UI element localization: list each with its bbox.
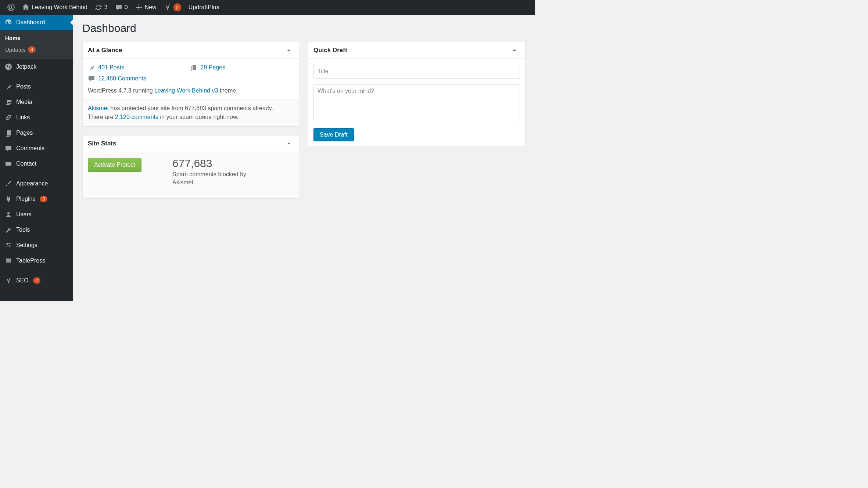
chevron-up-icon xyxy=(287,141,291,146)
activate-protect-button[interactable]: Activate Protect xyxy=(88,158,141,172)
sidebar-item-settings[interactable]: Settings xyxy=(0,238,73,253)
spam-blocked-count: 677,683 xyxy=(172,158,253,169)
comment-icon xyxy=(88,75,95,82)
user-icon xyxy=(4,210,12,218)
version-suffix: theme. xyxy=(218,87,237,94)
admin-sidebar: Dashboard Home Updates 3 Jetpack Posts xyxy=(0,15,73,301)
updraft-label: UpdraftPlus xyxy=(189,4,219,11)
glance-pages: 29 Pages xyxy=(190,64,286,71)
updates-count: 3 xyxy=(104,4,108,11)
yoast-menu[interactable]: 2 xyxy=(160,0,185,15)
akismet-notice: Akismet has protected your site from 677… xyxy=(83,99,300,126)
site-name-menu[interactable]: Leaving Work Behind xyxy=(18,0,91,15)
wp-logo-menu[interactable] xyxy=(4,0,18,15)
sidebar-item-label: Dashboard xyxy=(16,19,45,26)
pages-link[interactable]: 29 Pages xyxy=(201,64,226,71)
sidebar-item-label: Tools xyxy=(16,227,30,233)
collapse-button[interactable] xyxy=(509,46,520,55)
draft-content-textarea[interactable] xyxy=(313,84,520,121)
pin-icon xyxy=(4,83,12,91)
admin-bar: Leaving Work Behind 3 0 New 2 UpdraftPlu… xyxy=(0,0,535,15)
yoast-badge: 2 xyxy=(173,3,181,11)
updates-menu[interactable]: 3 xyxy=(91,0,111,15)
comments-menu[interactable]: 0 xyxy=(111,0,132,15)
comments-count: 0 xyxy=(125,4,128,11)
sidebar-item-posts[interactable]: Posts xyxy=(0,79,73,94)
yoast-icon xyxy=(164,4,171,11)
sidebar-item-label: Pages xyxy=(16,130,33,136)
sidebar-item-label: Contact xyxy=(16,160,36,167)
sidebar-item-label: Appearance xyxy=(16,180,48,187)
jetpack-icon xyxy=(4,63,12,71)
svg-point-2 xyxy=(7,212,10,214)
link-icon xyxy=(4,113,12,122)
sidebar-subitem-home[interactable]: Home xyxy=(0,32,73,44)
collapse-button[interactable] xyxy=(283,46,294,55)
widget-header: Site Stats xyxy=(83,135,300,152)
site-title: Leaving Work Behind xyxy=(32,4,87,11)
sidebar-item-links[interactable]: Links xyxy=(0,110,73,125)
spam-blocked-label: Spam comments blocked by Akismet. xyxy=(172,170,253,187)
sidebar-item-dashboard[interactable]: Dashboard xyxy=(0,15,73,30)
comment-icon xyxy=(4,144,12,152)
akismet-line2-prefix: There are xyxy=(88,114,115,120)
sidebar-item-media[interactable]: Media xyxy=(0,94,73,110)
sidebar-item-jetpack[interactable]: Jetpack xyxy=(0,59,73,75)
comments-link[interactable]: 12,480 Comments xyxy=(98,75,146,82)
plus-icon xyxy=(135,4,143,11)
sidebar-item-tablepress[interactable]: TablePress xyxy=(0,253,73,268)
updates-badge: 3 xyxy=(28,46,36,53)
new-content-menu[interactable]: New xyxy=(132,0,160,15)
widget-at-a-glance: At a Glance 401 Posts xyxy=(82,42,300,126)
page-title: Dashboard xyxy=(82,22,526,35)
widget-title: Quick Draft xyxy=(313,47,347,54)
seo-badge: 2 xyxy=(33,277,41,284)
sidebar-item-label: Users xyxy=(16,211,32,218)
sidebar-item-seo[interactable]: SEO 2 xyxy=(0,273,73,288)
current-indicator-icon xyxy=(70,19,73,25)
sidebar-item-label: Jetpack xyxy=(16,64,36,70)
widget-title: Site Stats xyxy=(88,140,116,147)
sidebar-item-plugins[interactable]: Plugins 3 xyxy=(0,191,73,207)
plug-icon xyxy=(4,195,12,203)
spam-queue-link[interactable]: 2,120 comments xyxy=(115,114,158,120)
sidebar-item-label: Plugins xyxy=(16,196,35,202)
sidebar-item-label: Comments xyxy=(16,145,44,152)
main-content: Dashboard At a Glance xyxy=(73,15,535,301)
draft-title-input[interactable] xyxy=(313,64,520,79)
sidebar-item-label: Settings xyxy=(16,242,37,249)
posts-link[interactable]: 401 Posts xyxy=(98,64,124,71)
refresh-icon xyxy=(95,4,102,11)
glance-posts: 401 Posts xyxy=(88,64,183,71)
comment-icon xyxy=(115,4,122,11)
sidebar-subitem-updates[interactable]: Updates 3 xyxy=(0,44,73,55)
updraft-menu[interactable]: UpdraftPlus xyxy=(185,0,223,15)
sidebar-item-users[interactable]: Users xyxy=(0,207,73,222)
collapse-button[interactable] xyxy=(283,139,294,148)
sidebar-item-pages[interactable]: Pages xyxy=(0,125,73,141)
akismet-line1-rest: has protected your site from 677,683 spa… xyxy=(109,105,273,111)
yoast-icon xyxy=(4,276,12,285)
save-draft-button[interactable]: Save Draft xyxy=(313,128,354,141)
pin-icon xyxy=(88,64,95,71)
akismet-link[interactable]: Akismet xyxy=(88,105,109,111)
wordpress-icon xyxy=(7,4,15,11)
sidebar-item-label: Posts xyxy=(16,83,31,90)
chevron-up-icon xyxy=(287,48,291,53)
chevron-up-icon xyxy=(512,48,517,53)
new-label: New xyxy=(145,4,157,11)
widget-title: At a Glance xyxy=(88,47,122,54)
sidebar-item-appearance[interactable]: Appearance xyxy=(0,176,73,191)
sidebar-item-label: Media xyxy=(16,99,32,105)
sidebar-item-tools[interactable]: Tools xyxy=(0,222,73,238)
pages-icon xyxy=(4,129,12,137)
theme-link[interactable]: Leaving Work Behind v3 xyxy=(154,87,218,94)
widget-header: Quick Draft xyxy=(308,42,525,59)
mail-icon xyxy=(4,160,12,168)
dashboard-submenu: Home Updates 3 xyxy=(0,30,73,59)
media-icon xyxy=(4,98,12,106)
sidebar-item-contact[interactable]: Contact xyxy=(0,156,73,171)
widget-site-stats: Site Stats Activate Protect 677,683 Spam… xyxy=(82,135,300,198)
sidebar-item-comments[interactable]: Comments xyxy=(0,141,73,156)
table-icon xyxy=(4,257,12,265)
